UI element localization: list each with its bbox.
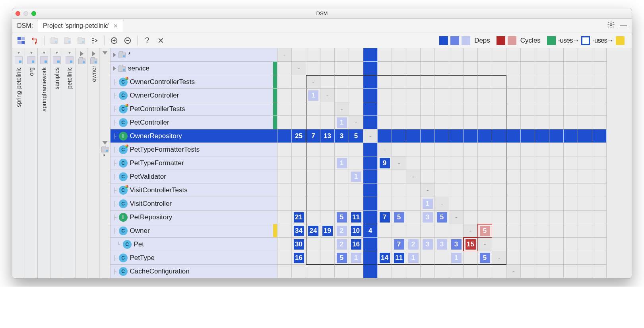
matrix-cell[interactable] [292, 156, 306, 170]
matrix-cell[interactable] [535, 143, 549, 156]
matrix-cell[interactable] [306, 251, 320, 265]
matrix-cell[interactable] [435, 184, 449, 197]
matrix-cell[interactable] [521, 75, 535, 89]
collapse-icon[interactable] [62, 35, 73, 46]
matrix-cell[interactable] [506, 62, 521, 75]
matrix-cell[interactable] [535, 197, 549, 211]
row-OwnerController[interactable]: ├COwnerController [111, 89, 277, 102]
matrix-cell[interactable]: 2 [335, 224, 349, 238]
row-OwnerControllerTests[interactable]: ├COwnerControllerTests [111, 75, 277, 89]
matrix-cell[interactable] [335, 265, 349, 278]
matrix-cell[interactable] [521, 211, 535, 224]
matrix-cell[interactable] [564, 251, 578, 265]
matrix-cell[interactable]: 25 [292, 129, 306, 143]
matrix-cell[interactable]: 2 [406, 238, 421, 251]
matrix-cell[interactable] [478, 102, 492, 116]
matrix-cell[interactable] [392, 75, 406, 89]
matrix-cell[interactable] [592, 170, 607, 184]
matrix-cell[interactable]: 13 [320, 129, 335, 143]
matrix-cell[interactable] [449, 156, 464, 170]
matrix-cell[interactable] [306, 197, 320, 211]
matrix-cell[interactable]: 1 [335, 116, 349, 129]
matrix-cell[interactable] [320, 143, 335, 156]
matrix-cell[interactable] [464, 89, 478, 102]
matrix-cell[interactable] [564, 265, 578, 278]
matrix-cell[interactable]: 2 [335, 238, 349, 251]
matrix-cell[interactable] [363, 62, 378, 75]
matrix-cell[interactable]: - [506, 265, 521, 278]
matrix-cell[interactable] [506, 89, 521, 102]
matrix-cell[interactable]: 4 [363, 224, 378, 238]
matrix-cell[interactable]: 11 [392, 251, 406, 265]
matrix-cell[interactable] [449, 143, 464, 156]
matrix-cell[interactable] [506, 48, 521, 62]
matrix-cell[interactable] [378, 224, 392, 238]
matrix-cell[interactable] [464, 129, 478, 143]
matrix-cell[interactable] [492, 156, 506, 170]
matrix-cell[interactable] [406, 211, 421, 224]
matrix-cell[interactable] [478, 48, 492, 62]
matrix-cell[interactable] [435, 251, 449, 265]
matrix-cell[interactable] [549, 197, 564, 211]
help-icon[interactable]: ? [142, 35, 153, 46]
matrix-cell[interactable] [349, 48, 363, 62]
matrix-cell[interactable] [535, 265, 549, 278]
matrix-cell[interactable]: 3 [421, 211, 435, 224]
matrix-cell[interactable] [578, 238, 592, 251]
matrix-cell[interactable] [277, 197, 292, 211]
matrix-cell[interactable] [406, 48, 421, 62]
matrix-cell[interactable] [578, 62, 592, 75]
matrix-cell[interactable] [277, 265, 292, 278]
matrix-cell[interactable] [378, 238, 392, 251]
row-PetRepository[interactable]: ├IPetRepository [111, 211, 277, 224]
path-col-spring-petclinic[interactable]: ▾spring-petclinic [12, 48, 25, 278]
matrix-cell[interactable] [578, 224, 592, 238]
matrix-cell[interactable] [349, 75, 363, 89]
matrix-cell[interactable] [363, 116, 378, 129]
matrix-cell[interactable] [521, 129, 535, 143]
matrix-cell[interactable] [320, 251, 335, 265]
matrix-cell[interactable] [592, 75, 607, 89]
matrix-cell[interactable]: 34 [292, 224, 306, 238]
matrix-cell[interactable] [406, 129, 421, 143]
matrix-cell[interactable]: 21 [292, 211, 306, 224]
matrix-cell[interactable] [578, 143, 592, 156]
matrix-cell[interactable]: - [478, 238, 492, 251]
matrix-cell[interactable] [335, 197, 349, 211]
matrix-cell[interactable]: - [335, 102, 349, 116]
matrix-cell[interactable]: 16 [292, 251, 306, 265]
matrix-cell[interactable] [521, 251, 535, 265]
matrix-cell[interactable]: - [492, 251, 506, 265]
matrix-cell[interactable] [535, 48, 549, 62]
matrix-cell[interactable] [306, 211, 320, 224]
matrix-cell[interactable] [492, 129, 506, 143]
matrix-cell[interactable] [320, 170, 335, 184]
matrix-cell[interactable] [535, 251, 549, 265]
matrix-cell[interactable] [277, 184, 292, 197]
matrix-cell[interactable] [320, 62, 335, 75]
matrix-cell[interactable] [449, 129, 464, 143]
matrix-cell[interactable] [506, 211, 521, 224]
matrix-cell[interactable] [492, 62, 506, 75]
matrix-cell[interactable] [392, 89, 406, 102]
matrix-cell[interactable] [478, 265, 492, 278]
matrix-cell[interactable] [363, 48, 378, 62]
matrix-cell[interactable] [320, 156, 335, 170]
matrix-cell[interactable] [578, 75, 592, 89]
matrix-cell[interactable]: - [464, 224, 478, 238]
toggle-flat-icon[interactable] [16, 35, 27, 46]
matrix-cell[interactable] [435, 143, 449, 156]
matrix-cell[interactable] [378, 129, 392, 143]
matrix-cell[interactable] [277, 251, 292, 265]
matrix-cell[interactable] [578, 211, 592, 224]
matrix-cell[interactable] [421, 129, 435, 143]
matrix-cell[interactable]: 1 [306, 89, 320, 102]
matrix-cell[interactable] [449, 116, 464, 129]
matrix-cell[interactable] [549, 89, 564, 102]
matrix-cell[interactable] [435, 89, 449, 102]
matrix-cell[interactable] [592, 116, 607, 129]
matrix-cell[interactable] [277, 224, 292, 238]
matrix-cell[interactable] [277, 170, 292, 184]
matrix-cell[interactable] [592, 48, 607, 62]
matrix-cell[interactable] [464, 62, 478, 75]
